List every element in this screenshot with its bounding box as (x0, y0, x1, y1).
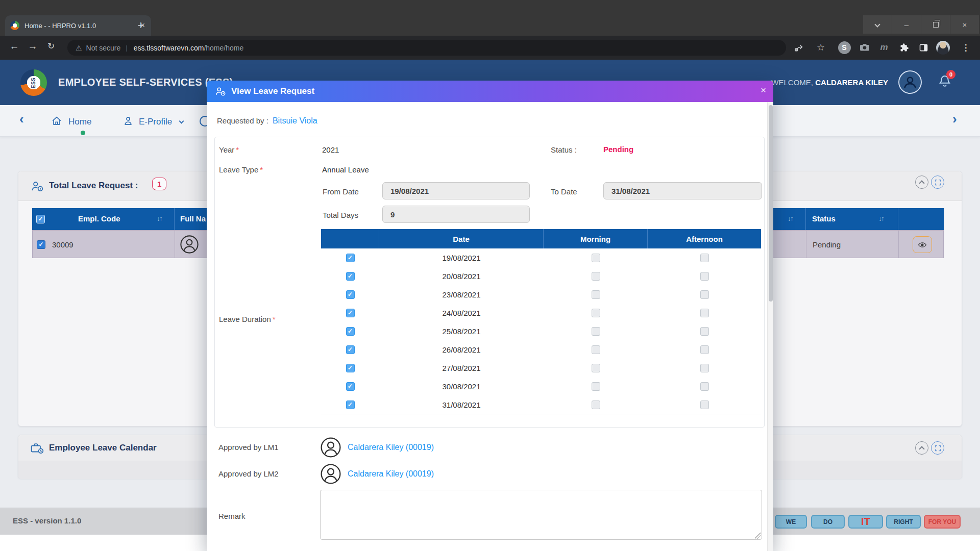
date-checkbox[interactable] (346, 272, 355, 281)
sort-icon[interactable]: ↓↑ (788, 214, 793, 222)
tab-search-button[interactable] (863, 15, 892, 34)
fullscreen-icon (934, 179, 942, 186)
requested-by-row: Requested by :Bitsuie Viola (217, 116, 317, 126)
skype-extension-button[interactable]: S (837, 40, 851, 55)
slogan-button-it[interactable]: IT (848, 515, 883, 529)
afternoon-checkbox[interactable] (700, 400, 709, 409)
morning-checkbox[interactable] (592, 327, 600, 336)
duration-row: 31/08/2021 (321, 395, 761, 414)
duration-row: 24/08/2021 (321, 304, 761, 322)
afternoon-checkbox[interactable] (700, 254, 709, 262)
window-restore-button[interactable] (921, 15, 950, 34)
column-full-name[interactable]: Full Na (180, 214, 206, 223)
morning-checkbox[interactable] (592, 290, 600, 299)
not-secure-label[interactable]: Not secure (86, 44, 121, 52)
screenshot-extension-button[interactable] (857, 40, 872, 55)
from-date-input[interactable] (382, 182, 530, 199)
column-empl-code[interactable]: Empl. Code (78, 214, 120, 223)
resize-grip-icon[interactable] (755, 533, 761, 539)
browser-tab[interactable]: Home - - HRPRO v1.1.0 × (5, 15, 151, 36)
nav-scroll-left-button[interactable]: ‹ (19, 111, 24, 127)
back-button[interactable]: ← (7, 41, 21, 52)
morning-checkbox[interactable] (592, 382, 600, 391)
date-checkbox[interactable] (346, 382, 355, 391)
afternoon-checkbox[interactable] (700, 382, 709, 391)
select-all-checkbox[interactable] (36, 215, 45, 223)
column-morning: Morning (544, 229, 648, 248)
date-checkbox[interactable] (346, 327, 355, 336)
window-minimize-button[interactable]: – (892, 15, 921, 34)
duration-row: 20/08/2021 (321, 267, 761, 285)
nav-item-home[interactable]: Home (68, 117, 91, 127)
view-leave-request-button[interactable] (913, 236, 932, 253)
morning-checkbox[interactable] (592, 254, 600, 262)
expand-card-button[interactable] (931, 441, 944, 455)
total-days-input[interactable] (382, 206, 530, 223)
sort-icon[interactable]: ↓↑ (878, 214, 884, 222)
modal-scrollbar[interactable] (767, 102, 773, 551)
requested-by-link[interactable]: Bitsuie Viola (273, 116, 317, 125)
duration-date: 31/08/2021 (379, 400, 544, 409)
nav-item-e-profile[interactable]: E-Profile (139, 117, 172, 127)
morning-checkbox[interactable] (592, 345, 600, 354)
modal-title: View Leave Request (231, 86, 314, 96)
extensions-button[interactable] (897, 40, 911, 55)
slogan-button-right[interactable]: RIGHT (886, 515, 921, 529)
nav-scroll-right-button[interactable]: › (952, 111, 957, 127)
address-bar[interactable]: ⚠ Not secure | ess.tlssoftwarevn.com/hom… (67, 40, 786, 56)
user-avatar-button[interactable] (898, 70, 922, 94)
approved-lm2-link[interactable]: Caldarera Kiley (00019) (348, 469, 434, 479)
date-checkbox[interactable] (346, 400, 355, 409)
column-status[interactable]: Status (812, 214, 836, 223)
reload-button[interactable]: ↻ (44, 41, 58, 52)
afternoon-checkbox[interactable] (700, 327, 709, 336)
morning-checkbox[interactable] (592, 400, 600, 409)
expand-card-button[interactable] (931, 176, 944, 189)
browser-menu-button[interactable]: ⋮ (959, 40, 973, 55)
browser-toolbar: ← → ↻ ⚠ Not secure | ess.tlssoftwarevn.c… (0, 36, 980, 60)
collapse-card-button[interactable] (915, 441, 928, 455)
sort-icon[interactable]: ↓↑ (157, 214, 162, 222)
morning-checkbox[interactable] (592, 309, 600, 317)
afternoon-checkbox[interactable] (700, 345, 709, 354)
new-tab-button[interactable]: + (134, 18, 148, 33)
not-secure-warning-icon[interactable]: ⚠ (76, 44, 82, 52)
approved-lm1-link[interactable]: Caldarera Kiley (00019) (348, 443, 434, 452)
row-select-checkbox[interactable] (37, 240, 45, 249)
afternoon-checkbox[interactable] (700, 272, 709, 281)
window-close-button[interactable]: × (950, 15, 979, 34)
morning-checkbox[interactable] (592, 272, 600, 281)
browser-profile-button[interactable] (936, 40, 950, 55)
afternoon-checkbox[interactable] (700, 309, 709, 317)
share-button[interactable] (792, 40, 806, 55)
year-value: 2021 (322, 145, 339, 154)
afternoon-checkbox[interactable] (700, 364, 709, 372)
date-checkbox[interactable] (346, 364, 355, 372)
modal-close-button[interactable]: × (761, 85, 766, 96)
profile-avatar (936, 41, 950, 55)
morning-checkbox[interactable] (592, 364, 600, 372)
screen: Home - - HRPRO v1.1.0 × + – × ← → ↻ ⚠ No… (0, 0, 980, 551)
date-checkbox[interactable] (346, 290, 355, 299)
slogan-button-for-you[interactable]: FOR YOU (924, 515, 961, 529)
forward-button[interactable]: → (26, 41, 40, 52)
slogan-button-we[interactable]: WE (775, 515, 807, 529)
leave-duration-table: Date Morning Afternoon 19/08/2021 20/08/… (321, 229, 761, 414)
modal-scrollbar-thumb[interactable] (769, 105, 773, 302)
employee-avatar-icon (180, 235, 199, 254)
side-panel-button[interactable] (916, 40, 930, 55)
date-checkbox[interactable] (346, 309, 355, 317)
chevron-down-icon (874, 21, 880, 27)
bookmark-button[interactable]: ☆ (814, 40, 828, 55)
afternoon-checkbox[interactable] (700, 290, 709, 299)
collapse-card-button[interactable] (915, 176, 928, 189)
date-checkbox[interactable] (346, 254, 355, 262)
user-clock-icon (214, 86, 227, 97)
leave-request-card-title: Total Leave Request : (49, 181, 138, 191)
date-checkbox[interactable] (346, 345, 355, 354)
slogan-button-do[interactable]: DO (811, 515, 845, 529)
m-extension-button[interactable]: m (877, 40, 891, 55)
remark-textarea[interactable] (320, 490, 762, 540)
to-date-input[interactable] (603, 182, 762, 199)
url-path: /home/home (204, 44, 243, 52)
